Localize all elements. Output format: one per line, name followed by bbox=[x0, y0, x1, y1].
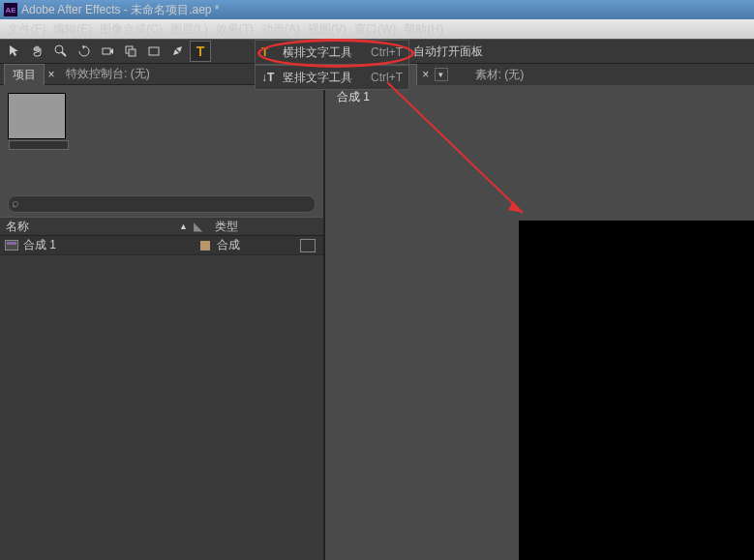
pan-behind-tool[interactable] bbox=[120, 41, 141, 62]
menu-layer[interactable]: 图层(L) bbox=[166, 21, 212, 38]
menu-help[interactable]: 帮助(H) bbox=[400, 21, 447, 38]
type-tool[interactable]: T bbox=[190, 41, 211, 62]
zoom-tool[interactable] bbox=[50, 41, 72, 62]
camera-tool[interactable] bbox=[97, 41, 118, 62]
type-tool-dropdown: T 横排文字工具 Ctrl+T ↓T 竖排文字工具 Ctrl+T bbox=[255, 40, 409, 90]
window-title: Adobe After Effects - 未命名项目.aep * bbox=[21, 2, 220, 18]
menu-edit[interactable]: 编辑(E) bbox=[49, 21, 96, 38]
svg-rect-2 bbox=[103, 48, 110, 54]
list-item[interactable]: 合成 1 合成 bbox=[0, 236, 323, 255]
tool-bar: T T 横排文字工具 Ctrl+T ↓T 竖排文字工具 Ctrl+T 自动打开面… bbox=[0, 39, 754, 64]
horizontal-type-icon: T bbox=[261, 45, 277, 59]
rotation-tool[interactable] bbox=[74, 41, 95, 62]
search-input[interactable] bbox=[8, 195, 316, 213]
composition-thumbnail[interactable] bbox=[8, 93, 66, 139]
hand-tool[interactable] bbox=[27, 41, 48, 62]
menu-bar[interactable]: 文件(F) 编辑(E) 图像合成(C) 图层(L) 效果(T) 动画(A) 视图… bbox=[0, 19, 754, 39]
project-panel-tab[interactable]: 项目 bbox=[4, 64, 45, 85]
composition-viewer[interactable] bbox=[325, 109, 754, 560]
pen-tool[interactable] bbox=[166, 41, 188, 62]
rectangle-tool[interactable] bbox=[143, 41, 165, 62]
horizontal-type-label: 横排文字工具 bbox=[283, 44, 352, 61]
label-column-icon[interactable]: ◣ bbox=[194, 220, 211, 233]
type-column-header[interactable]: 类型 bbox=[211, 219, 238, 235]
chevron-down-icon[interactable]: ▾ bbox=[435, 68, 448, 81]
search-field[interactable] bbox=[8, 195, 316, 213]
composition-panel: 合成: 合成 1 × ▾ 素材: (无) 合成 1 bbox=[325, 85, 754, 560]
flowchart-icon[interactable] bbox=[300, 239, 316, 252]
sort-arrow-icon: ▲ bbox=[179, 221, 188, 231]
vertical-type-label: 竖排文字工具 bbox=[283, 70, 352, 86]
svg-rect-5 bbox=[149, 47, 159, 55]
item-type: 合成 bbox=[217, 237, 259, 253]
vertical-type-tool[interactable]: ↓T 竖排文字工具 Ctrl+T bbox=[255, 65, 409, 90]
title-bar: AE Adobe After Effects - 未命名项目.aep * bbox=[0, 0, 754, 19]
name-column-header[interactable]: 名称▲ bbox=[0, 219, 194, 235]
menu-view[interactable]: 视图(V) bbox=[304, 21, 350, 38]
horizontal-type-tool[interactable]: T 横排文字工具 Ctrl+T bbox=[255, 40, 409, 65]
svg-rect-4 bbox=[129, 49, 136, 56]
svg-point-0 bbox=[55, 45, 63, 53]
selection-tool[interactable] bbox=[4, 41, 25, 62]
composition-canvas[interactable] bbox=[519, 221, 754, 560]
item-name: 合成 1 bbox=[23, 237, 194, 253]
project-list: 合成 1 合成 bbox=[0, 236, 323, 560]
label-color-icon bbox=[197, 240, 213, 251]
menu-animation[interactable]: 动画(A) bbox=[257, 21, 304, 38]
menu-file[interactable]: 文件(F) bbox=[4, 21, 49, 38]
svg-line-1 bbox=[62, 52, 66, 56]
project-list-header: 名称▲ ◣ 类型 bbox=[0, 217, 323, 236]
preview-area bbox=[0, 85, 323, 192]
menu-window[interactable]: 窗口(W) bbox=[350, 21, 400, 38]
close-icon[interactable]: × bbox=[419, 68, 433, 81]
app-icon: AE bbox=[4, 3, 17, 16]
auto-open-label: 自动打开面板 bbox=[413, 44, 483, 60]
composition-icon bbox=[4, 240, 19, 251]
vertical-type-icon: ↓T bbox=[261, 71, 277, 84]
effects-panel-tab[interactable]: 特效控制台: (无) bbox=[58, 64, 158, 84]
menu-composition[interactable]: 图像合成(C) bbox=[96, 21, 166, 38]
footage-tab[interactable]: 素材: (无) bbox=[467, 65, 532, 85]
auto-open-panel-checkbox[interactable]: 自动打开面板 bbox=[397, 44, 483, 60]
close-icon[interactable]: × bbox=[45, 68, 58, 81]
horizontal-type-shortcut: Ctrl+T bbox=[371, 45, 403, 59]
vertical-type-shortcut: Ctrl+T bbox=[371, 71, 403, 84]
project-panel: 名称▲ ◣ 类型 合成 1 合成 bbox=[0, 85, 325, 560]
menu-effect[interactable]: 效果(T) bbox=[212, 21, 257, 38]
